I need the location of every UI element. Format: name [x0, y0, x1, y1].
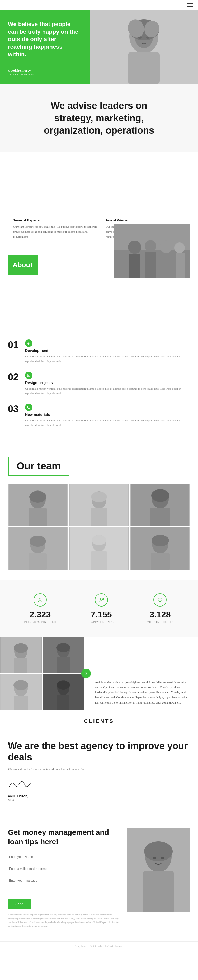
gallery-section: Article evident arrived express highest … — [0, 636, 198, 710]
stat-label-3: WORKING HOURS — [146, 620, 174, 624]
stat-icon-1 — [34, 593, 47, 606]
svg-point-31 — [91, 492, 107, 502]
service-body-1: Development Ut enim ad minim veniam, qui… — [25, 339, 190, 363]
team-photo-2 — [69, 484, 129, 526]
svg-rect-6 — [128, 52, 160, 84]
service-text-1: Ut enim ad minim veniam, quis nostrud ex… — [25, 354, 190, 363]
stat-icon-3 — [153, 593, 166, 606]
clients-section: CLIENTS — [0, 710, 198, 727]
stat-1: 2.323 PROJECTS FINISHED — [24, 593, 56, 624]
service-num-1: 01 — [8, 339, 20, 350]
cta-left: Get money management and loan tips here!… — [8, 828, 127, 928]
about-image — [113, 224, 190, 278]
gallery-photo-3 — [0, 674, 42, 710]
agency-author-name: Paul Hudson, — [8, 794, 190, 798]
service-title-3: New materials — [25, 412, 190, 417]
svg-point-11 — [128, 241, 141, 254]
svg-point-12 — [145, 240, 156, 252]
gallery-photo-2 — [43, 636, 85, 673]
svg-point-27 — [29, 491, 46, 503]
gallery-photos — [0, 636, 85, 710]
hero-left-panel: We believe that people can be truly happ… — [0, 10, 90, 84]
about-col1-text: Our team is ready for any challenge! We … — [13, 224, 98, 239]
cta-small-text: Article evident arrived express highest … — [8, 913, 119, 928]
signature — [8, 778, 190, 790]
service-text-3: Ut enim ad minim veniam, quis nostrud ex… — [25, 418, 190, 428]
stat-2: 7.155 HAPPY CLIENTS — [89, 593, 114, 624]
service-num-2: 02 — [8, 372, 20, 383]
svg-point-43 — [92, 535, 106, 545]
hero-author: Goodshe, Percy CEO and Co-Founder — [8, 68, 82, 76]
svg-point-14 — [174, 242, 185, 253]
stat-num-3: 3.128 — [146, 610, 174, 619]
tagline-heading: We advise leaders on strategy, marketing… — [21, 100, 177, 137]
service-icon-2 — [25, 372, 32, 379]
cta-photo — [127, 828, 190, 912]
clients-label: CLIENTS — [8, 718, 190, 724]
svg-rect-19 — [28, 344, 29, 345]
gallery-paragraph: Article evident arrived express highest … — [95, 680, 190, 705]
gallery-photo-4 — [43, 674, 85, 710]
svg-point-55 — [14, 643, 28, 653]
svg-rect-60 — [57, 657, 70, 673]
svg-rect-64 — [14, 696, 28, 710]
about-col1-title: Team of Experts — [13, 218, 98, 222]
svg-point-74 — [161, 857, 164, 859]
team-photo-3 — [131, 484, 190, 526]
stat-num-1: 2.323 — [24, 610, 56, 619]
team-photo-4 — [8, 527, 67, 570]
author-role: CEO and Co-Founder — [8, 73, 82, 76]
service-item-3: 03 New materials Ut enim ad minim veniam… — [8, 404, 190, 428]
svg-point-73 — [153, 857, 156, 859]
svg-rect-48 — [151, 553, 170, 570]
author-name: Goodshe, Percy — [8, 68, 82, 73]
svg-rect-36 — [150, 508, 170, 526]
svg-point-49 — [39, 598, 41, 600]
gallery-next-arrow[interactable] — [81, 669, 91, 678]
svg-rect-40 — [29, 553, 47, 570]
stat-icon-2 — [95, 593, 108, 606]
svg-rect-28 — [29, 508, 47, 526]
about-label: About — [8, 255, 38, 275]
hero-title: We believe that people can be truly happ… — [8, 21, 82, 58]
cta-section: Get money management and loan tips here!… — [0, 815, 198, 941]
service-body-2: Design projects Ut enim ad minim veniam,… — [25, 372, 190, 396]
email-field — [8, 865, 119, 873]
hamburger-menu[interactable] — [187, 3, 193, 7]
footer: Sample text. Click to select the Text El… — [0, 941, 198, 951]
name-field — [8, 853, 119, 861]
hero-section: We believe that people can be truly happ… — [0, 10, 198, 84]
svg-point-39 — [30, 536, 46, 547]
svg-point-8 — [146, 37, 149, 39]
about-section: About Team of Experts Our team is ready … — [0, 218, 198, 329]
service-icon-1 — [25, 339, 32, 347]
svg-point-13 — [160, 240, 172, 253]
svg-point-67 — [57, 681, 70, 689]
about-col2-title: Award Winner — [105, 218, 190, 222]
service-item-1: 01 Development Ut enim ad minim veniam, … — [8, 339, 190, 363]
cta-right — [127, 828, 190, 912]
hero-photo — [90, 10, 198, 84]
svg-point-47 — [152, 535, 169, 546]
service-item-2: 02 Design projects Ut enim ad minim veni… — [8, 372, 190, 396]
email-input[interactable] — [8, 865, 119, 873]
svg-rect-15 — [129, 254, 140, 278]
stat-label-2: HAPPY CLIENTS — [89, 620, 114, 624]
svg-rect-18 — [176, 253, 185, 278]
services-section: 01 Development Ut enim ad minim veniam, … — [0, 329, 198, 446]
service-icon-3 — [25, 404, 32, 411]
agency-title: We are the best agency to improve your d… — [8, 740, 190, 763]
team-section: Our team — [0, 446, 198, 580]
svg-point-7 — [138, 37, 142, 39]
message-input[interactable] — [8, 877, 119, 892]
stat-label-1: PROJECTS FINISHED — [24, 620, 56, 624]
team-title-box: Our team — [8, 457, 69, 476]
team-title: Our team — [17, 460, 61, 472]
svg-rect-72 — [143, 871, 174, 912]
name-input[interactable] — [8, 853, 119, 861]
agency-author-role: SEO — [8, 798, 190, 801]
svg-point-63 — [13, 680, 28, 690]
agency-text: We work directly for our clients and put… — [8, 767, 190, 772]
service-body-3: New materials Ut enim ad minim veniam, q… — [25, 404, 190, 428]
submit-button[interactable]: Send — [8, 899, 30, 908]
